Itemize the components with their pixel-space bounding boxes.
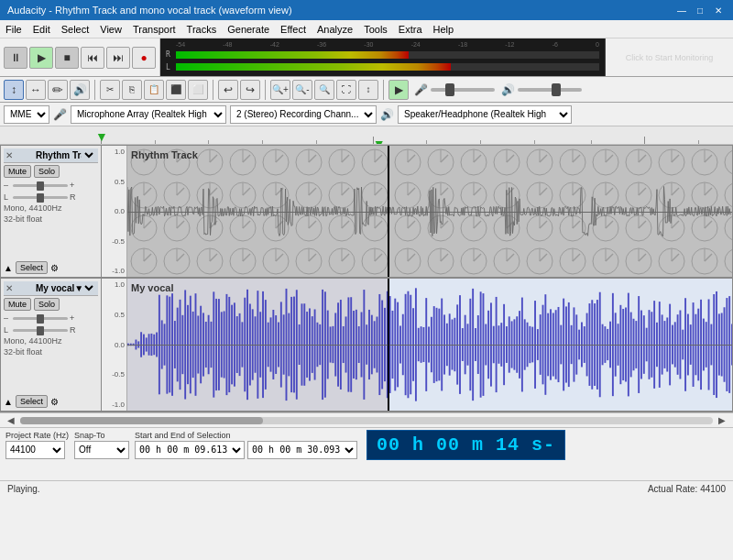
zoom-in-button[interactable]: 🔍+ [270, 80, 290, 100]
rhythm-collapse-icon[interactable]: ▲ [4, 263, 13, 273]
menu-file[interactable]: File [0, 22, 27, 37]
ruler-minor [534, 140, 535, 145]
output-device-select[interactable]: Speaker/Headphone (Realtek High [398, 105, 572, 124]
menu-analyze[interactable]: Analyze [312, 22, 358, 37]
undo-button[interactable]: ↩ [218, 80, 238, 100]
vocal-waveform-area[interactable]: 1.0 0.5 0.0 -0.5 -1.0 My vocal [102, 279, 732, 411]
vocal-pan-slider[interactable] [13, 329, 68, 332]
menu-edit[interactable]: Edit [27, 22, 56, 37]
skip-fwd-button[interactable]: ⏭ [106, 47, 130, 69]
menu-effect[interactable]: Effect [275, 22, 312, 37]
rhythm-track-name-select[interactable]: Rhythm Trac▼ [32, 149, 96, 161]
redo-button[interactable]: ↪ [240, 80, 260, 100]
record-button[interactable]: ● [132, 47, 156, 69]
vu-scale-label: -12 [505, 41, 514, 48]
actual-rate-display: Actual Rate: 44100 [648, 484, 726, 494]
sel-end-select[interactable]: 00 h 00 m 30.093 s [247, 441, 357, 459]
rhythm-pan-slider[interactable] [13, 196, 68, 199]
vocal-track: ✕ My vocal▼ Mute Solo – + L [1, 279, 732, 412]
scale-05: 0.5 [104, 178, 125, 186]
rhythm-track-buttons: Mute Solo [4, 165, 98, 178]
vocal-close-icon[interactable]: ✕ [5, 283, 16, 293]
sel-start-select[interactable]: 00 h 00 m 09.613 s [135, 441, 245, 459]
vocal-mute-button[interactable]: Mute [4, 298, 31, 311]
vu-meter: -54 -48 -42 -36 -30 -24 -18 -12 -6 0 R L [160, 38, 605, 76]
menu-transport[interactable]: Transport [127, 22, 181, 37]
menu-generate[interactable]: Generate [222, 22, 275, 37]
rhythm-close-icon[interactable]: ✕ [5, 150, 16, 160]
rhythm-track-info: Mono, 44100Hz 32-bit float [4, 203, 98, 225]
rhythm-select-button[interactable]: Select [16, 261, 48, 274]
rhythm-solo-button[interactable]: Solo [34, 165, 60, 178]
ruler-minor [262, 140, 263, 145]
tool-selection[interactable]: ↕ [4, 80, 24, 100]
paste-button[interactable]: 📋 [144, 80, 164, 100]
input-device-select[interactable]: Microphone Array (Realtek High [71, 105, 226, 124]
app-title: Audacity - Rhythm Track and mono vocal t… [7, 5, 292, 16]
trim-button[interactable]: ⬛ [166, 80, 186, 100]
tracks-container: ✕ Rhythm Trac▼ Mute Solo – + L [0, 145, 733, 412]
rhythm-menu-icon[interactable]: ⚙ [50, 263, 59, 273]
vocal-scale-n1: -1.0 [104, 401, 125, 409]
tool-zoom[interactable]: 🔊 [70, 80, 90, 100]
vocal-scale-0: 0.0 [104, 341, 125, 349]
play-button[interactable]: ▶ [29, 47, 53, 69]
vocal-pan-control: L R [4, 325, 98, 335]
tool-envelope[interactable]: ↔ [26, 80, 46, 100]
vocal-select-button[interactable]: Select [16, 395, 48, 408]
vocal-solo-button[interactable]: Solo [34, 298, 60, 311]
menu-extra[interactable]: Extra [393, 22, 428, 37]
vocal-collapse-icon[interactable]: ▲ [4, 397, 13, 407]
close-button[interactable]: ✕ [711, 4, 726, 16]
snap-to-select[interactable]: Off [74, 441, 129, 459]
click-to-monitor[interactable]: Click to Start Monitoring [605, 38, 733, 76]
bottom-controls: Project Rate (Hz) 44100 Snap-To Off Star… [0, 428, 733, 461]
minimize-button[interactable]: — [674, 4, 689, 16]
silence-button[interactable]: ⬜ [188, 80, 208, 100]
hscrollbar-thumb[interactable] [20, 417, 263, 424]
rhythm-mute-button[interactable]: Mute [4, 165, 31, 178]
menu-tracks[interactable]: Tracks [181, 22, 223, 37]
zoom-fit-button[interactable]: ⛶ [336, 80, 356, 100]
menu-help[interactable]: Help [428, 22, 460, 37]
rhythm-waveform-area[interactable]: 1.0 0.5 0.0 -0.5 -1.0 Rhythm Track [102, 146, 732, 277]
scroll-right-arrow[interactable]: ▶ [715, 415, 729, 425]
timecode-text: 00 h 00 m 14 s- [377, 434, 555, 456]
channel-select[interactable]: 2 (Stereo) Recording Chann... [230, 105, 377, 124]
scroll-left-arrow[interactable]: ◀ [4, 415, 18, 425]
zoom-out-button[interactable]: 🔍- [292, 80, 312, 100]
pause-button[interactable]: ⏸ [4, 47, 27, 69]
play-at-speed-button[interactable]: ▶ [388, 80, 409, 100]
input-volume-slider[interactable] [431, 88, 495, 92]
vocal-menu-icon[interactable]: ⚙ [50, 397, 59, 407]
window-controls: — □ ✕ [674, 4, 726, 16]
hscrollbar-track[interactable] [20, 417, 713, 424]
cut-button[interactable]: ✂ [100, 80, 120, 100]
ruler-minor [155, 140, 156, 145]
menu-view[interactable]: View [94, 22, 127, 37]
menu-tools[interactable]: Tools [358, 22, 393, 37]
copy-button[interactable]: ⎘ [122, 80, 142, 100]
api-select[interactable]: MME [4, 105, 49, 124]
skip-back-button[interactable]: ⏮ [81, 47, 104, 69]
zoom-sel-button[interactable]: 🔍 [314, 80, 334, 100]
speaker-device-icon: 🔊 [380, 108, 394, 121]
toolbar-sep-3 [265, 80, 266, 100]
maximize-button[interactable]: □ [693, 4, 707, 16]
rhythm-zero-line [127, 212, 732, 213]
rhythm-gain-slider[interactable] [13, 184, 68, 187]
pan-r-label: R [70, 192, 77, 202]
menu-select[interactable]: Select [56, 22, 95, 37]
rhythm-track-header: ✕ Rhythm Trac▼ Mute Solo – + L [1, 146, 102, 277]
toolbar-sep-1 [94, 80, 95, 100]
vocal-gain-slider[interactable] [13, 317, 68, 320]
hscrollbar: ◀ ▶ [0, 412, 733, 427]
project-rate-select[interactable]: 44100 [5, 441, 65, 459]
vocal-track-name-select[interactable]: My vocal▼ [32, 282, 96, 294]
stop-button[interactable]: ■ [55, 47, 79, 69]
ruler-start-arrow: ▼ [95, 129, 108, 144]
ruler-minor [591, 140, 592, 145]
tool-draw[interactable]: ✏ [48, 80, 68, 100]
output-volume-slider[interactable] [518, 88, 582, 92]
zoom-fit-v[interactable]: ↕ [358, 80, 378, 100]
